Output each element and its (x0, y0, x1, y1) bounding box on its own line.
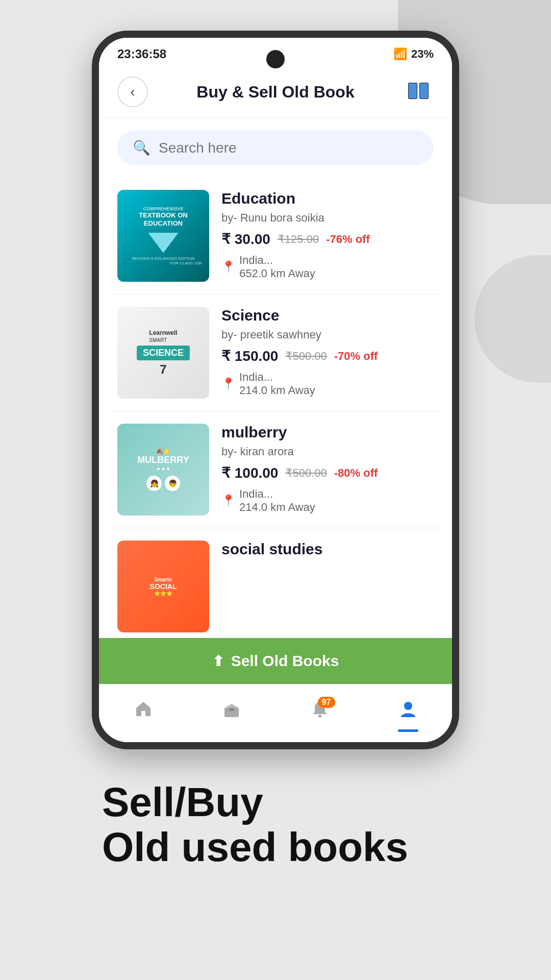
book-info-social: social studies (221, 541, 434, 558)
book-location: 📍 India...214.0 km Away (221, 371, 434, 397)
book-cover-mulberry: 🍂🌟 MULBERRY ● ● ● 👧 👦 (117, 424, 209, 516)
active-nav-indicator (398, 729, 418, 732)
book-location: 📍 India...214.0 km Away (221, 487, 434, 514)
svg-marker-5 (224, 704, 239, 708)
book-location: 📍 India...652.0 km Away (221, 254, 434, 280)
book-pricing: ₹ 100.00 ₹500.00 -80% off (221, 464, 434, 481)
book-title: Education (221, 190, 434, 207)
book-info-science: Science by- preetik sawhney ₹ 150.00 ₹50… (221, 307, 434, 397)
nav-item-home[interactable] (119, 695, 168, 728)
page-title: Buy & Sell Old Book (196, 83, 354, 102)
price-discount: -80% off (334, 467, 378, 480)
book-info-mulberry: mulberry by- kiran arora ₹ 100.00 ₹500.0… (221, 424, 434, 514)
profile-icon (399, 700, 417, 723)
book-title: Science (221, 307, 434, 324)
svg-point-8 (404, 702, 412, 710)
price-discount: -76% off (326, 233, 370, 246)
book-cover-education: COMPREHENSIVE TEXTBOOK ONEDUCATION REVIS… (117, 190, 209, 282)
bottom-text-line2: Old used books (102, 824, 408, 870)
nav-item-notifications[interactable]: 97 (295, 695, 344, 728)
sell-upload-icon: ⬆ (212, 653, 224, 670)
list-item[interactable]: Smarto SOCIAL ⭐⭐⭐ social studies (111, 528, 440, 638)
header-book-icon[interactable] (403, 77, 434, 107)
book-pricing: ₹ 30.00 ₹125.00 -76% off (221, 231, 434, 248)
book-author: by- preetik sawhney (221, 328, 434, 341)
notification-badge: 97 (318, 697, 335, 708)
battery-level: 23% (411, 47, 434, 61)
location-text: India...652.0 km Away (239, 254, 315, 280)
book-author: by- kiran arora (221, 445, 434, 458)
price-current: ₹ 30.00 (221, 231, 270, 248)
price-original: ₹125.00 (278, 233, 319, 246)
price-original: ₹500.00 (285, 467, 327, 480)
nav-item-box[interactable] (207, 695, 256, 728)
book-info-education: Education by- Runu bora soikia ₹ 30.00 ₹… (221, 190, 434, 280)
status-time: 23:36:58 (117, 47, 166, 61)
svg-rect-2 (409, 83, 417, 99)
status-bar-right: 📶 23% (393, 47, 434, 61)
home-icon (134, 700, 153, 723)
list-item[interactable]: 🍂🌟 MULBERRY ● ● ● 👧 👦 mulberry by- kiran… (111, 411, 440, 528)
phone-frame: 23:36:58 📶 23% ‹ Buy & Sell Old Book 🔍 (92, 31, 459, 749)
bottom-tagline: Sell/Buy Old used books (92, 780, 459, 870)
box-icon (222, 700, 241, 723)
book-cover-science: LearnwellSMART SCIENCE 7 (117, 307, 209, 399)
price-current: ₹ 100.00 (221, 464, 278, 481)
search-bar[interactable]: 🔍 (117, 130, 434, 165)
signal-icon: 📶 (393, 47, 407, 61)
sell-button-label: Sell Old Books (231, 652, 339, 670)
location-pin-icon: 📍 (221, 494, 235, 507)
bottom-nav: 97 (99, 684, 452, 742)
location-text: India...214.0 km Away (239, 487, 315, 514)
book-title: social studies (221, 541, 434, 558)
price-original: ₹500.00 (285, 350, 327, 363)
book-pricing: ₹ 150.00 ₹500.00 -70% off (221, 348, 434, 364)
svg-rect-6 (229, 708, 234, 711)
location-text: India...214.0 km Away (239, 371, 315, 397)
status-bar: 23:36:58 📶 23% (99, 38, 452, 66)
camera-notch (266, 50, 285, 68)
price-current: ₹ 150.00 (221, 348, 278, 364)
location-pin-icon: 📍 (221, 260, 235, 274)
svg-rect-3 (420, 83, 428, 99)
back-button[interactable]: ‹ (117, 77, 148, 107)
svg-point-7 (318, 715, 321, 718)
sell-old-books-button[interactable]: ⬆ Sell Old Books (99, 638, 452, 684)
search-container: 🔍 (99, 118, 452, 178)
location-pin-icon: 📍 (221, 377, 235, 390)
list-item[interactable]: LearnwellSMART SCIENCE 7 Science by- pre… (111, 295, 440, 411)
book-list: COMPREHENSIVE TEXTBOOK ONEDUCATION REVIS… (99, 178, 452, 638)
search-input[interactable] (159, 140, 418, 156)
price-discount: -70% off (334, 350, 378, 363)
book-cover-social: Smarto SOCIAL ⭐⭐⭐ (117, 541, 209, 632)
app-header: ‹ Buy & Sell Old Book (99, 66, 452, 118)
search-icon: 🔍 (133, 139, 151, 156)
bottom-text-line1: Sell/Buy (102, 779, 263, 825)
book-title: mulberry (221, 424, 434, 441)
nav-item-profile[interactable] (384, 695, 433, 728)
book-author: by- Runu bora soikia (221, 211, 434, 225)
list-item[interactable]: COMPREHENSIVE TEXTBOOK ONEDUCATION REVIS… (111, 178, 440, 295)
